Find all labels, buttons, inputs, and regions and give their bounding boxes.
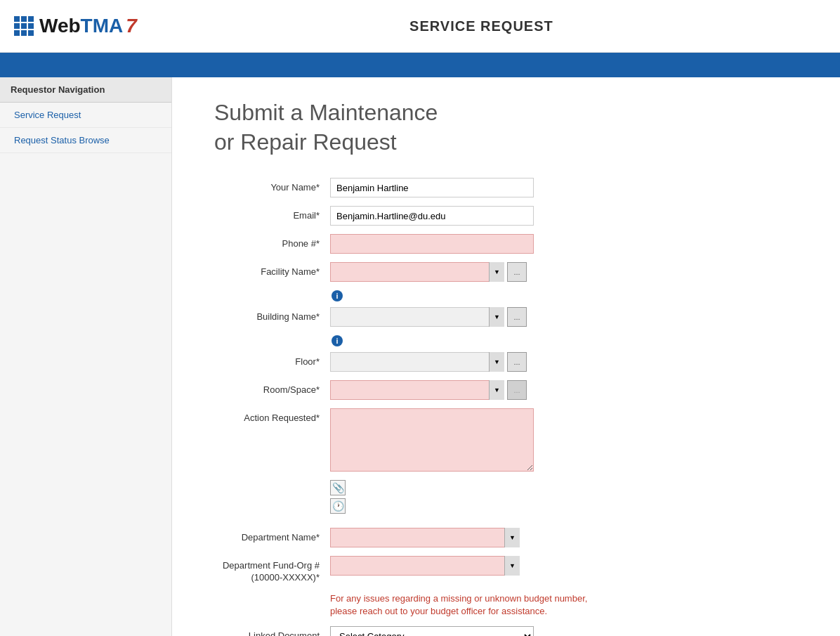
facility-name-field: ▼ ...: [330, 262, 527, 282]
facility-info-icon[interactable]: i: [332, 290, 343, 301]
building-info-row: i: [214, 335, 798, 346]
room-space-label: Room/Space*: [214, 380, 330, 395]
action-requested-field: [330, 408, 534, 472]
facility-select-wrapper: ▼: [330, 262, 504, 282]
linked-document-field: Select Category: [330, 626, 534, 636]
facility-name-label: Facility Name*: [214, 262, 330, 277]
logo-version: 7: [126, 15, 137, 37]
building-select-wrapper: ▼: [330, 307, 504, 327]
department-fund-org-row: Department Fund-Org # (10000-XXXXX)* ▼: [214, 556, 798, 584]
logo-text: WebTMA: [39, 15, 123, 37]
building-browse-button[interactable]: ...: [507, 307, 527, 327]
department-name-row: Department Name* ▼: [214, 528, 798, 547]
department-fund-org-field: ▼: [330, 556, 520, 576]
linked-document-row: Linked Document Select Category: [214, 626, 798, 636]
form-title: Submit a Maintenance or Repair Request: [214, 98, 798, 157]
room-space-select[interactable]: [330, 380, 504, 400]
floor-row: Floor* ▼ ...: [214, 352, 798, 372]
nav-bar: [0, 53, 840, 77]
action-requested-textarea[interactable]: [330, 408, 534, 472]
linked-document-select[interactable]: Select Category: [330, 626, 534, 636]
room-space-field: ▼ ...: [330, 380, 527, 400]
history-icon[interactable]: 🕐: [330, 498, 346, 514]
building-name-label: Building Name*: [214, 307, 330, 322]
room-browse-button[interactable]: ...: [507, 380, 527, 400]
sidebar: Requestor Navigation Service Request Req…: [0, 77, 172, 636]
floor-field: ▼ ...: [330, 352, 527, 372]
building-info-icon[interactable]: i: [332, 335, 343, 346]
phone-row: Phone #*: [214, 234, 798, 254]
main-content: Submit a Maintenance or Repair Request Y…: [172, 77, 840, 636]
building-name-select[interactable]: [330, 307, 504, 327]
dept-select-wrapper: ▼: [330, 528, 520, 547]
phone-label: Phone #*: [214, 234, 330, 249]
email-label: Email*: [214, 206, 330, 221]
facility-info-row: i: [214, 290, 798, 301]
logo-grid-icon: [14, 16, 34, 36]
room-space-row: Room/Space* ▼ ...: [214, 380, 798, 400]
floor-select[interactable]: [330, 352, 504, 372]
facility-name-row: Facility Name* ▼ ...: [214, 262, 798, 282]
facility-name-select[interactable]: [330, 262, 504, 282]
attachment-icon[interactable]: 📎: [330, 480, 346, 495]
linked-document-label: Linked Document: [214, 626, 330, 636]
action-requested-row: Action Requested*: [214, 408, 798, 472]
facility-browse-button[interactable]: ...: [507, 262, 527, 282]
email-input[interactable]: [330, 206, 534, 226]
department-fund-org-label: Department Fund-Org # (10000-XXXXX)*: [214, 556, 330, 584]
email-row: Email*: [214, 206, 798, 226]
your-name-row: Your Name*: [214, 178, 798, 197]
budget-warning: For any issues regarding a missing or un…: [214, 592, 601, 618]
room-select-wrapper: ▼: [330, 380, 504, 400]
department-name-field: ▼: [330, 528, 520, 547]
phone-field-wrapper: [330, 234, 534, 254]
your-name-label: Your Name*: [214, 178, 330, 193]
phone-input[interactable]: [330, 234, 534, 254]
floor-browse-button[interactable]: ...: [507, 352, 527, 372]
department-name-select[interactable]: [330, 528, 520, 547]
sidebar-header: Requestor Navigation: [0, 77, 171, 103]
your-name-input[interactable]: [330, 178, 534, 197]
your-name-field: [330, 178, 534, 197]
textarea-icon-row: 📎 🕐: [214, 480, 798, 514]
action-requested-label: Action Requested*: [214, 408, 330, 423]
sidebar-item-request-status-browse[interactable]: Request Status Browse: [0, 128, 171, 153]
layout: Requestor Navigation Service Request Req…: [0, 77, 840, 636]
building-name-field: ▼ ...: [330, 307, 527, 327]
department-fund-org-select[interactable]: [330, 556, 520, 576]
email-field-wrapper: [330, 206, 534, 226]
page-title: SERVICE REQUEST: [137, 18, 826, 34]
logo: WebTMA 7: [14, 15, 137, 37]
header: WebTMA 7 SERVICE REQUEST: [0, 0, 840, 53]
building-name-row: Building Name* ▼ ...: [214, 307, 798, 327]
floor-select-wrapper: ▼: [330, 352, 504, 372]
sidebar-item-service-request[interactable]: Service Request: [0, 103, 171, 128]
floor-label: Floor*: [214, 352, 330, 367]
department-name-label: Department Name*: [214, 528, 330, 543]
fund-org-select-wrapper: ▼: [330, 556, 520, 576]
